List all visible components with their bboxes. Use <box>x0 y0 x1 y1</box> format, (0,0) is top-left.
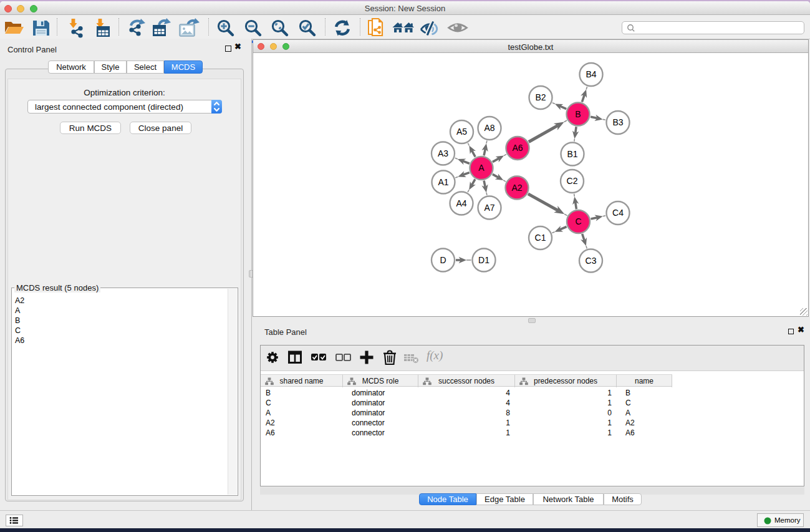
svg-text:A7: A7 <box>484 203 494 213</box>
svg-text:A8: A8 <box>484 123 494 133</box>
svg-text:D: D <box>440 255 446 265</box>
svg-text:A5: A5 <box>456 127 467 137</box>
svg-text:C2: C2 <box>567 176 578 186</box>
svg-text:C: C <box>575 216 581 226</box>
svg-text:B4: B4 <box>586 69 596 79</box>
svg-text:A: A <box>478 163 485 173</box>
svg-text:A6: A6 <box>512 143 523 153</box>
svg-text:D1: D1 <box>478 255 489 265</box>
svg-text:A3: A3 <box>438 148 448 158</box>
svg-text:B1: B1 <box>567 149 577 159</box>
svg-text:A1: A1 <box>438 177 448 187</box>
svg-text:C3: C3 <box>586 256 597 266</box>
svg-text:C1: C1 <box>535 233 546 243</box>
svg-text:A2: A2 <box>511 183 522 193</box>
svg-text:B2: B2 <box>535 92 546 102</box>
svg-text:B3: B3 <box>612 117 623 127</box>
svg-text:C4: C4 <box>612 208 624 218</box>
svg-text:B: B <box>575 109 581 119</box>
svg-text:A4: A4 <box>456 198 466 208</box>
